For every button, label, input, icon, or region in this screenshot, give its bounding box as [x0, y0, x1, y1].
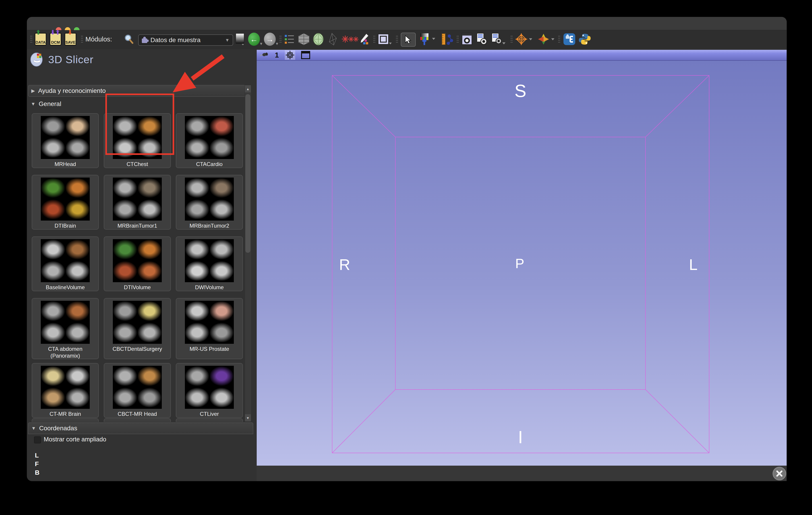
toolbar-grip[interactable]	[81, 35, 83, 44]
collapse-arrow-icon: ▶	[31, 88, 35, 94]
volume-rendering-button[interactable]	[298, 33, 310, 46]
sample-thumbnail	[185, 239, 234, 282]
view-bottom-bar	[257, 466, 787, 481]
toolbar-grip[interactable]	[30, 35, 32, 44]
thumb-tile	[137, 387, 162, 409]
sidebar-scrollbar[interactable]: ▲ ▼	[245, 85, 252, 422]
extensions-icon	[563, 33, 576, 46]
scene-view-add-button[interactable]	[476, 33, 488, 46]
sample-name: CBCTDentalSurgery	[104, 345, 170, 354]
sample-card-partial[interactable]	[32, 418, 99, 422]
screen: 3D Slicer 5.8.1 ⬆DATA ⬇⬆DCM ⬇SAVE Módulo…	[0, 0, 812, 515]
adjust-window-level-button[interactable]	[419, 33, 437, 46]
crosshair-button[interactable]	[515, 33, 533, 46]
import-dicom-button[interactable]: ⬇⬆DCM	[50, 33, 61, 46]
sample-name: CTA abdomen(Panoramix)	[32, 345, 98, 361]
module-back-button[interactable]: ←▼	[248, 33, 260, 46]
window-level-preset-button[interactable]	[235, 33, 244, 46]
sample-name: CBCT-MR Head	[104, 411, 170, 419]
slice-intersections-button[interactable]	[537, 33, 555, 46]
sample-card[interactable]: MRHead	[32, 113, 99, 168]
thumb-tile	[41, 138, 65, 159]
sample-card[interactable]: BaselineVolume	[32, 237, 99, 291]
sample-thumbnail	[113, 301, 162, 344]
close-view-button[interactable]	[773, 467, 786, 480]
slicer-logo-icon	[30, 52, 44, 67]
module-search-icon[interactable]	[124, 33, 134, 46]
toolbar-grip[interactable]	[511, 35, 513, 44]
load-data-icon: ⬆DATA	[35, 33, 47, 46]
model-sphere-icon	[313, 33, 324, 46]
thumb-tile	[65, 366, 90, 387]
pin-icon[interactable]	[259, 51, 268, 60]
thumb-tile	[137, 301, 162, 322]
sample-card[interactable]: CBCT-MR Head	[104, 363, 171, 418]
toolbar-grip[interactable]	[396, 35, 398, 44]
sample-card-partial[interactable]	[104, 418, 171, 422]
coordinates-section-header[interactable]: ▼ Coordenadas	[28, 422, 253, 434]
sample-card[interactable]: MR-US Prostate	[176, 298, 243, 359]
thumb-tile	[137, 178, 162, 199]
toolbar-grip[interactable]	[373, 35, 375, 44]
maximize-view-icon[interactable]	[301, 51, 310, 59]
show-expanded-slice-checkbox[interactable]	[34, 436, 41, 444]
thumb-tile	[113, 366, 137, 387]
module-selector-value: Datos de muestra	[150, 36, 201, 44]
measurements-button[interactable]	[441, 33, 453, 46]
python-console-button[interactable]	[578, 33, 591, 46]
layout-icon	[378, 33, 393, 45]
sample-name: CT-MR Brain	[32, 411, 98, 419]
thumb-tile	[185, 116, 209, 138]
thumb-tile	[209, 387, 234, 409]
slice-intersections-icon	[537, 33, 555, 46]
orientation-label-right: R	[339, 256, 350, 273]
segment-mesh-icon	[327, 33, 339, 46]
scene-view-restore-button[interactable]	[491, 33, 507, 46]
layout-selector-button[interactable]	[378, 33, 393, 46]
scroll-down-icon[interactable]: ▼	[245, 414, 251, 421]
sample-card[interactable]: CTA abdomen(Panoramix)	[32, 298, 99, 359]
titlebar	[27, 17, 787, 30]
scene-view-camera-icon	[476, 33, 488, 46]
thumb-tile	[41, 387, 65, 409]
sample-card-partial[interactable]	[176, 418, 243, 422]
sample-card[interactable]: CBCTDentalSurgery	[104, 298, 171, 359]
load-data-button[interactable]: ⬆DATA	[35, 33, 47, 46]
extensions-manager-button[interactable]	[563, 33, 576, 46]
window-level-icon	[419, 33, 437, 46]
thumb-tile	[65, 138, 90, 159]
sample-card[interactable]: CTACardio	[176, 113, 243, 168]
mouse-interaction-button[interactable]	[401, 33, 416, 47]
combo-caret-icon: ▼	[225, 38, 230, 43]
toolbar-grip[interactable]	[457, 35, 459, 44]
toolbar-grip[interactable]	[279, 35, 282, 44]
toolbar-grip[interactable]	[558, 35, 560, 44]
sample-card[interactable]: DTIBrain	[32, 175, 99, 230]
thumb-tile	[41, 301, 65, 322]
segmentations-button[interactable]	[327, 33, 339, 46]
module-forward-button[interactable]: →▼	[264, 33, 276, 46]
sample-thumbnail	[41, 366, 90, 409]
models-button[interactable]	[313, 33, 324, 46]
center-view-button[interactable]	[285, 50, 295, 60]
save-button[interactable]: ⬇SAVE	[64, 33, 76, 46]
module-history-button[interactable]	[284, 33, 295, 46]
sample-card[interactable]: CTLiver	[176, 363, 243, 418]
sample-card[interactable]: DWIVolume	[176, 237, 243, 291]
sample-card[interactable]: MRBrainTumor2	[176, 175, 243, 230]
sample-card[interactable]: MRBrainTumor1	[104, 175, 171, 230]
highlight-box-annotation	[105, 94, 174, 155]
sample-thumbnail	[185, 116, 234, 159]
scrollbar-handle[interactable]	[245, 94, 250, 253]
module-selector-combobox[interactable]: Datos de muestra ▼	[138, 34, 233, 46]
fiducials-icon[interactable]: ✳✳✳	[342, 33, 358, 46]
thumb-tile	[65, 239, 90, 261]
sample-name: MRBrainTumor1	[104, 222, 170, 231]
thumb-tile	[65, 116, 90, 138]
screenshot-button[interactable]	[461, 33, 473, 46]
screenshot-icon	[461, 33, 473, 46]
sample-card[interactable]: CT-MR Brain	[32, 363, 99, 418]
sample-card[interactable]: DTIVolume	[104, 237, 171, 291]
markups-button[interactable]	[358, 33, 370, 46]
scroll-up-icon[interactable]: ▲	[245, 85, 251, 92]
